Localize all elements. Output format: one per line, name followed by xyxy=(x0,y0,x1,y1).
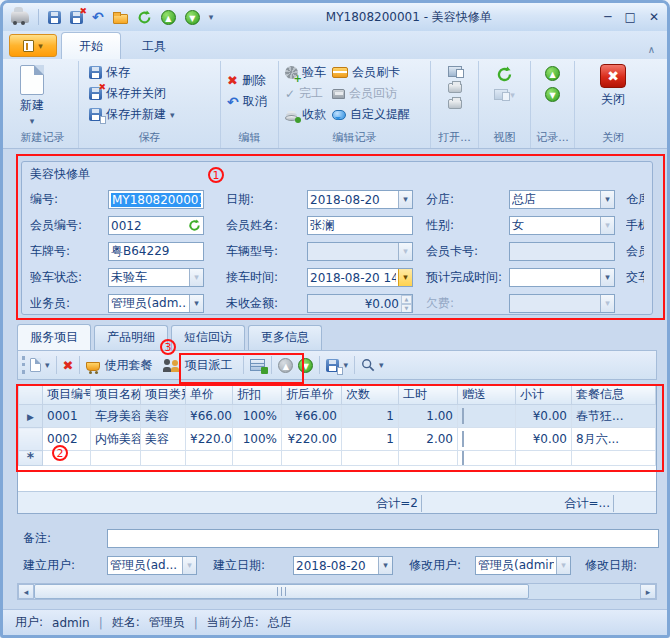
salesman-dropdown-button[interactable]: ▾ xyxy=(189,295,203,312)
print-preview-icon[interactable] xyxy=(448,66,462,77)
branch-field[interactable]: 总店▾ xyxy=(509,190,615,209)
grid-cell[interactable]: 1 xyxy=(342,428,399,451)
scroll-left-icon[interactable]: ◂ xyxy=(18,584,34,599)
vehicle-model-field[interactable]: ▾ xyxy=(307,242,413,261)
grid-cell[interactable] xyxy=(43,451,91,466)
use-package-button[interactable]: 使用套餐 xyxy=(86,357,152,374)
save-close-button[interactable]: ✖保存并关闭 xyxy=(86,83,178,104)
remark-input[interactable] xyxy=(107,529,659,548)
move-up-icon[interactable]: ▲ xyxy=(278,358,293,373)
grid-cell[interactable] xyxy=(186,451,233,466)
date-dropdown-button[interactable]: ▾ xyxy=(398,191,412,208)
save-close-icon[interactable]: ✖ xyxy=(70,11,83,24)
grid-cell[interactable]: 0001 xyxy=(43,405,91,428)
grid-cell[interactable]: 1 xyxy=(342,405,399,428)
inspect-status-field[interactable]: 未验车▾ xyxy=(108,268,204,287)
next-record-icon[interactable]: ▼ xyxy=(545,87,560,102)
col-header[interactable]: 折后单价 xyxy=(282,385,342,405)
inspect-car-button[interactable]: 验车 xyxy=(282,62,329,83)
gender-field[interactable]: 女▾ xyxy=(509,216,615,235)
export-button[interactable]: ▾ xyxy=(326,359,348,372)
grid-cell-gift[interactable] xyxy=(458,451,516,466)
col-header[interactable]: 项目类别 xyxy=(141,385,186,405)
branch-dropdown-button[interactable]: ▾ xyxy=(600,191,614,208)
cancel-button[interactable]: ↶取消 xyxy=(224,91,270,112)
undo-icon[interactable]: ↶ xyxy=(92,11,104,23)
gift-checkbox[interactable] xyxy=(462,451,464,466)
salesman-field[interactable]: 管理员(adm...▾ xyxy=(108,294,204,313)
scrollbar-track[interactable] xyxy=(529,584,640,599)
col-header[interactable]: 小计 xyxy=(516,385,572,405)
custom-remind-button[interactable]: 自定义提醒 xyxy=(329,104,413,125)
grid-cell[interactable] xyxy=(282,451,342,466)
dispatch-button[interactable]: 项目派工 xyxy=(163,357,232,374)
prev-record-icon[interactable]: ▲ xyxy=(161,10,176,25)
collapse-ribbon-icon[interactable]: ∧ xyxy=(648,44,655,55)
save-new-button[interactable]: 保存并新建▾ xyxy=(86,104,178,125)
maximize-button[interactable]: □ xyxy=(625,10,636,24)
tab-more-info[interactable]: 更多信息 xyxy=(248,325,322,350)
grid-cell[interactable] xyxy=(516,451,572,466)
grid-cell[interactable]: 春节狂... xyxy=(572,405,656,428)
close-form-button[interactable]: ✖ 关闭 xyxy=(588,62,638,108)
amount-spinner[interactable]: ▲▼ xyxy=(401,295,412,312)
delete-row-icon[interactable]: ✖ xyxy=(63,359,74,372)
receive-time-field[interactable]: 2018-08-20 14▾ xyxy=(307,268,413,287)
finish-button[interactable]: ✓完工 xyxy=(282,83,329,104)
created-date-dropdown-button[interactable]: ▾ xyxy=(378,557,392,574)
open-folder-icon[interactable] xyxy=(113,14,128,24)
member-name-field[interactable]: 张澜 xyxy=(307,216,413,235)
tab-start[interactable]: 开始 xyxy=(61,32,121,59)
col-header[interactable]: 折扣 xyxy=(233,385,282,405)
table-row[interactable]: ▶ 0001 车身美容 美容 ¥66.00 100% ¥66.00 1 1.00… xyxy=(19,405,656,428)
grid-cell[interactable]: ¥0.00 xyxy=(516,405,572,428)
gift-checkbox[interactable] xyxy=(462,431,464,447)
member-no-field[interactable]: 0012 xyxy=(108,216,204,235)
delete-button[interactable]: ✖删除 xyxy=(224,70,270,91)
grid-cell[interactable]: 8月六... xyxy=(572,428,656,451)
grid-cell[interactable]: ¥66.00 xyxy=(186,405,233,428)
grid-cell[interactable] xyxy=(141,451,186,466)
grid-cell[interactable]: 美容 xyxy=(141,405,186,428)
preview-button[interactable]: ▾ xyxy=(361,358,384,372)
save-button[interactable]: 保存 xyxy=(86,62,178,83)
member-card-field[interactable] xyxy=(509,242,615,261)
add-row-button[interactable]: ▾ xyxy=(30,358,50,372)
grid-cell[interactable]: 车身美容 xyxy=(91,405,141,428)
member-swipe-button[interactable]: 会员刷卡 xyxy=(329,62,413,83)
refresh-icon[interactable] xyxy=(137,10,152,25)
grid-cell[interactable]: ¥66.00 xyxy=(282,405,342,428)
col-header[interactable]: 套餐信息 xyxy=(572,385,656,405)
grid-cell[interactable]: 2.00 xyxy=(399,428,458,451)
qat-options-icon[interactable]: ▾ xyxy=(209,12,214,22)
col-header[interactable]: 工时 xyxy=(399,385,458,405)
grid-cell[interactable] xyxy=(342,451,399,466)
created-date-field[interactable]: 2018-08-20▾ xyxy=(293,556,393,575)
prev-record-icon[interactable]: ▲ xyxy=(545,66,560,81)
scrollbar-thumb[interactable] xyxy=(34,584,529,599)
printer2-icon[interactable] xyxy=(448,99,462,109)
add-table-icon[interactable] xyxy=(250,359,265,371)
next-record-icon[interactable]: ▼ xyxy=(185,10,200,25)
col-header[interactable]: 单价 xyxy=(186,385,233,405)
member-refresh-icon[interactable] xyxy=(188,219,201,232)
col-header[interactable]: 赠送 xyxy=(458,385,516,405)
grid-cell[interactable]: ¥220.00 xyxy=(282,428,342,451)
est-finish-dropdown-button[interactable]: ▾ xyxy=(600,269,614,286)
grid-cell[interactable] xyxy=(91,451,141,466)
plate-no-field[interactable]: 粤B64229 xyxy=(108,242,204,261)
col-header[interactable]: 项目编号 xyxy=(43,385,91,405)
unpaid-amount-field[interactable]: ¥0.00▲▼ xyxy=(307,294,413,313)
printer-icon[interactable] xyxy=(448,83,462,93)
collect-payment-button[interactable]: 收款 xyxy=(282,104,329,125)
tab-sms-visit[interactable]: 短信回访 xyxy=(171,325,245,350)
col-header[interactable]: 次数 xyxy=(342,385,399,405)
refresh-icon[interactable] xyxy=(496,66,513,83)
scroll-right-icon[interactable]: ▸ xyxy=(640,584,656,599)
layout-button[interactable]: ▾ xyxy=(494,89,515,100)
application-menu-button[interactable]: ▾ xyxy=(9,34,57,57)
grid-cell[interactable]: 0002 xyxy=(43,428,91,451)
grid-cell[interactable] xyxy=(399,451,458,466)
table-row[interactable]: 0002 内饰美容 美容 ¥220.00 100% ¥220.00 1 2.00… xyxy=(19,428,656,451)
tab-product-detail[interactable]: 产品明细 xyxy=(94,325,168,350)
